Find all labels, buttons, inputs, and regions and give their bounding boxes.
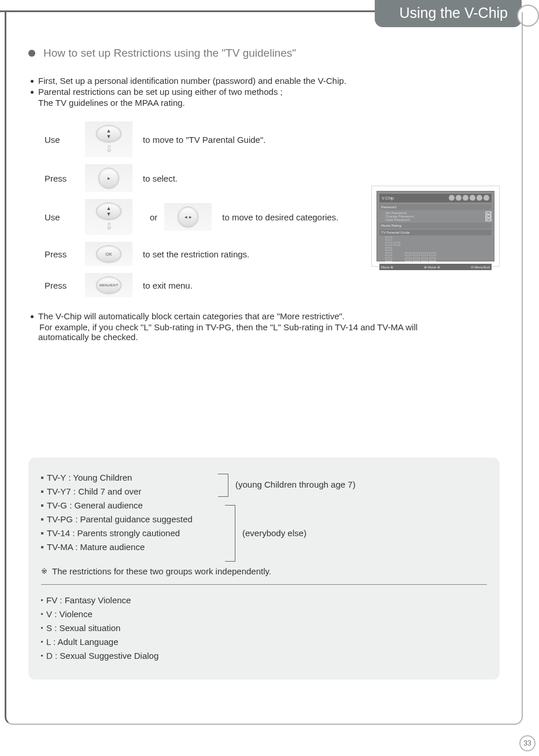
remote-updown-button: ▲▼ ⇩: [85, 121, 132, 157]
section-heading: How to set up Restrictions using the "TV…: [28, 47, 500, 60]
dpad-updown-icon: ▲▼: [96, 202, 121, 220]
subrating-item: V : Violence: [46, 609, 93, 619]
flow-arrow-icon: ⇩: [105, 222, 113, 231]
bullet-dot-icon: [31, 80, 34, 83]
rating-item: TV-Y7 : Child 7 and over: [47, 486, 141, 496]
step-label: Press: [45, 281, 85, 290]
dpad-right-icon: ▸: [98, 168, 119, 189]
note-cont-2: automatically be checked.: [38, 332, 500, 342]
intro-list: First, Set up a personal identification …: [28, 76, 500, 108]
subrating-item: L : Adult Language: [46, 637, 119, 647]
osd-foot-menu: Menu/Exit: [474, 265, 490, 269]
osd-section: TV Parental Guide: [379, 230, 492, 235]
osd-rating-grid: [385, 237, 492, 261]
step-text: to set the restriction ratings.: [143, 249, 249, 259]
menu-exit-button-icon: MENU/EXIT: [96, 276, 121, 294]
step-5: Press MENU/EXIT to exit menu.: [45, 273, 500, 297]
subrating-list: FV : Fantasy Violence V : Violence S : S…: [41, 595, 487, 661]
ok-button-icon: OK: [96, 245, 121, 263]
dot-icon: [41, 477, 43, 479]
rating-list: TV-Y : Young Children TV-Y7 : Child 7 an…: [41, 473, 193, 556]
step-text: to exit menu.: [143, 281, 193, 290]
intro-text-2-cont: The TV guidelines or the MPAA rating.: [38, 98, 500, 108]
reference-mark-icon: ※: [41, 567, 47, 576]
osd-title-icons: [448, 195, 489, 201]
osd-section: Movie Rating: [379, 223, 492, 228]
remote-right-button: ▸: [85, 164, 132, 192]
step-text: to move to "TV Parental Guide".: [143, 135, 265, 145]
subrating-item: FV : Fantasy Violence: [46, 595, 131, 605]
dot-icon: [41, 641, 43, 643]
step-label: Use: [45, 212, 85, 222]
page-number: 33: [519, 735, 536, 751]
note-text: The V-Chip will automatically block cert…: [38, 311, 345, 321]
osd-section: Password: [379, 204, 492, 210]
rating-item: TV-G : General audience: [47, 500, 143, 510]
rating-item: TV-PG : Parental guidance suggested: [47, 514, 193, 524]
osd-ok-badge: OK: [485, 218, 492, 222]
dot-icon: [41, 546, 43, 548]
step-or: or: [150, 212, 157, 222]
step-label: Use: [45, 135, 85, 145]
note-list: The V-Chip will automatically block cert…: [28, 311, 500, 342]
dpad-leftright-icon: ◂ ▸: [178, 206, 198, 227]
content-frame: How to set up Restrictions using the "TV…: [5, 12, 523, 725]
reference-box: TV-Y : Young Children TV-Y7 : Child 7 an…: [28, 458, 500, 680]
independence-note: ※ The restrictions for these two groups …: [41, 566, 487, 576]
dot-icon: [41, 532, 43, 534]
osd-foot-move: Move: [381, 265, 390, 269]
dot-icon: [41, 599, 43, 601]
dot-icon: [41, 518, 43, 521]
note-cont-1: For example, if you check "L" Sub-rating…: [39, 322, 500, 332]
bracket-icon: [218, 474, 228, 497]
step-text: to move to desired categories.: [222, 212, 338, 222]
remote-menu-button: MENU/EXIT: [85, 273, 132, 297]
dot-icon: [41, 491, 43, 493]
flow-arrow-icon: ⇩: [105, 145, 113, 154]
section-title: How to set up Restrictions using the "TV…: [43, 47, 296, 60]
bullet-dot-icon: [31, 315, 34, 318]
osd-item: Clear Password: [385, 218, 409, 222]
osd-screenshot: V-Chip Password Set PasswordOK Change Pa…: [371, 186, 500, 267]
dot-icon: [41, 504, 43, 507]
group-label-2: (everybody else): [242, 528, 307, 538]
remote-ok-button: OK: [85, 242, 132, 266]
rating-item: TV-Y : Young Children: [47, 473, 132, 482]
remote-updown-button: ▲▼ ⇩: [85, 199, 132, 235]
remote-leftright-button: ◂ ▸: [164, 203, 212, 231]
dot-icon: [41, 627, 43, 629]
step-text: to select.: [143, 174, 178, 183]
group-label-1: (young Children through age 7): [235, 480, 356, 489]
independence-note-text: The restrictions for these two groups wo…: [52, 566, 271, 576]
bracket-icon: [225, 505, 235, 562]
heading-bullet-icon: [28, 50, 35, 57]
rating-item: TV-MA : Mature audience: [47, 542, 145, 552]
dot-icon: [41, 655, 43, 657]
step-label: Press: [45, 249, 85, 259]
subrating-item: D : Sexual Suggestive Dialog: [46, 651, 158, 661]
subrating-item: S : Sexual situation: [46, 623, 120, 633]
intro-text-2: Parental restrictions can be set up usin…: [38, 87, 283, 97]
dpad-updown-icon: ▲▼: [96, 125, 121, 142]
dot-icon: [41, 613, 43, 615]
step-label: Press: [45, 174, 85, 183]
intro-text-1: First, Set up a personal identification …: [38, 76, 346, 86]
divider: [41, 584, 487, 585]
osd-foot-move: Move: [428, 265, 437, 269]
rating-item: TV-14 : Parents strongly cautioned: [47, 528, 180, 538]
step-1: Use ▲▼ ⇩ to move to "TV Parental Guide".: [45, 121, 500, 157]
osd-title: V-Chip: [382, 196, 394, 200]
bullet-dot-icon: [31, 91, 34, 94]
